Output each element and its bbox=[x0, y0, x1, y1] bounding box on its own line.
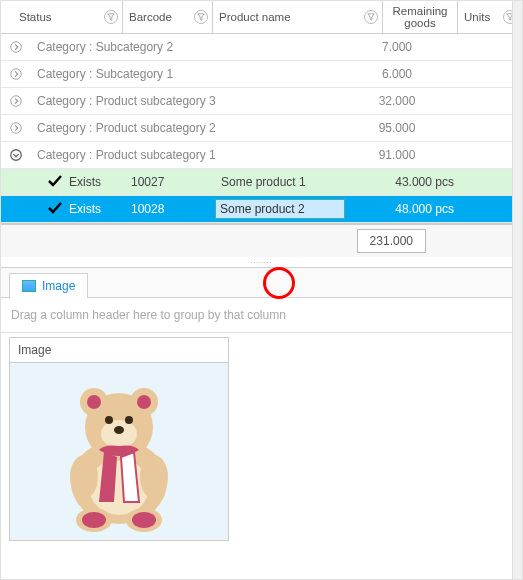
image-cell[interactable] bbox=[9, 363, 229, 541]
expand-icon[interactable] bbox=[1, 94, 31, 108]
filter-icon[interactable] bbox=[364, 10, 378, 24]
svg-point-10 bbox=[87, 395, 101, 409]
svg-point-0 bbox=[11, 42, 22, 53]
group-row[interactable]: Category : Product subcategory 1 91.000 bbox=[1, 142, 522, 169]
product-cell-editing[interactable]: Some product 2 bbox=[215, 199, 345, 219]
barcode-cell: 10027 bbox=[125, 175, 215, 189]
barcode-cell: 10028 bbox=[125, 202, 215, 216]
group-value: 91.000 bbox=[332, 148, 462, 162]
svg-point-16 bbox=[70, 455, 98, 499]
collapse-icon[interactable] bbox=[1, 148, 31, 162]
splitter-handle[interactable]: ······· bbox=[1, 257, 522, 267]
expand-icon[interactable] bbox=[1, 40, 31, 54]
total-value: 231.000 bbox=[357, 229, 426, 253]
group-label: Category : Product subcategory 1 bbox=[31, 148, 332, 162]
group-value: 6.000 bbox=[332, 67, 462, 81]
group-label: Category : Subcategory 1 bbox=[31, 67, 332, 81]
svg-point-2 bbox=[11, 96, 22, 107]
vertical-scrollbar[interactable] bbox=[512, 1, 522, 579]
status-cell: Exists bbox=[41, 175, 125, 190]
svg-point-3 bbox=[11, 123, 22, 134]
svg-point-4 bbox=[11, 150, 22, 161]
group-value: 95.000 bbox=[332, 121, 462, 135]
svg-point-11 bbox=[137, 395, 151, 409]
product-image bbox=[39, 372, 199, 532]
product-cell: Some product 1 bbox=[215, 175, 345, 189]
filter-icon[interactable] bbox=[104, 10, 118, 24]
totals-row: 231.000 bbox=[1, 223, 522, 257]
group-value: 32.000 bbox=[332, 94, 462, 108]
column-status[interactable]: Status bbox=[13, 1, 123, 33]
grid-header: Status Barcode Product name Remaining go… bbox=[1, 1, 522, 34]
tab-image[interactable]: Image bbox=[9, 273, 88, 298]
column-remaining[interactable]: Remaining goods bbox=[383, 1, 458, 33]
svg-point-15 bbox=[114, 426, 124, 434]
group-row[interactable]: Category : Product subcategory 3 32.000 bbox=[1, 88, 522, 115]
group-label: Category : Subcategory 2 bbox=[31, 40, 332, 54]
group-row[interactable]: Category : Subcategory 1 6.000 bbox=[1, 61, 522, 88]
table-row-selected[interactable]: Exists 10028 Some product 2 48.000 pcs bbox=[1, 196, 522, 223]
check-icon bbox=[47, 202, 63, 217]
svg-point-6 bbox=[89, 459, 149, 515]
svg-point-21 bbox=[132, 512, 156, 528]
status-cell: Exists bbox=[41, 202, 125, 217]
expand-icon[interactable] bbox=[1, 121, 31, 135]
check-icon bbox=[47, 175, 63, 190]
group-row[interactable]: Category : Subcategory 2 7.000 bbox=[1, 34, 522, 61]
group-value: 7.000 bbox=[332, 40, 462, 54]
column-barcode[interactable]: Barcode bbox=[123, 1, 213, 33]
filter-icon[interactable] bbox=[194, 10, 208, 24]
svg-point-14 bbox=[125, 416, 133, 424]
expand-column bbox=[1, 1, 13, 33]
remaining-cell: 48.000 pcs bbox=[345, 202, 460, 216]
group-label: Category : Product subcategory 3 bbox=[31, 94, 332, 108]
svg-point-17 bbox=[140, 455, 168, 499]
remaining-cell: 43.000 pcs bbox=[345, 175, 460, 189]
group-label: Category : Product subcategory 2 bbox=[31, 121, 332, 135]
svg-point-20 bbox=[82, 512, 106, 528]
group-panel-hint[interactable]: Drag a column header here to group by th… bbox=[1, 298, 522, 333]
column-product-name[interactable]: Product name bbox=[213, 1, 383, 33]
expand-icon[interactable] bbox=[1, 67, 31, 81]
table-row[interactable]: Exists 10027 Some product 1 43.000 pcs bbox=[1, 169, 522, 196]
tab-strip: Image bbox=[1, 268, 522, 298]
image-icon bbox=[22, 280, 36, 292]
svg-point-13 bbox=[105, 416, 113, 424]
column-image[interactable]: Image bbox=[9, 337, 229, 363]
group-row[interactable]: Category : Product subcategory 2 95.000 bbox=[1, 115, 522, 142]
svg-point-1 bbox=[11, 69, 22, 80]
